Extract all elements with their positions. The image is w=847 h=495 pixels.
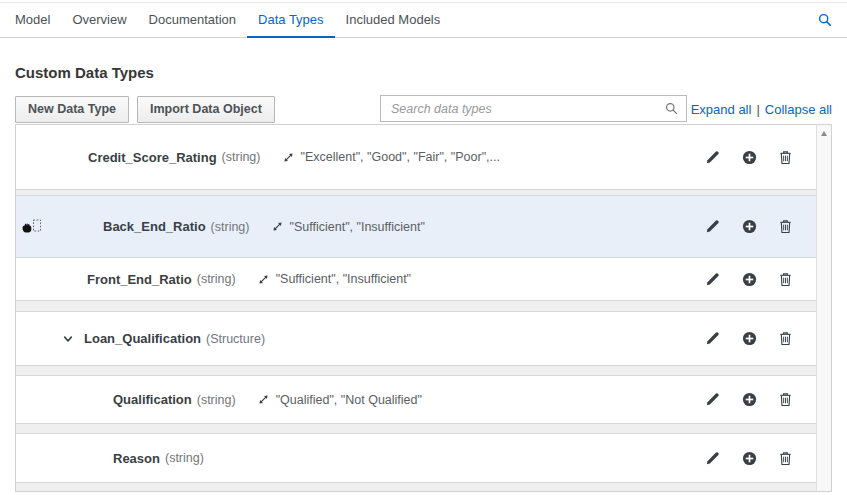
data-type-row[interactable]: Front_End_Ratio (string) "Sufficient", "… <box>16 257 816 301</box>
row-actions <box>705 196 792 257</box>
plus-circle-icon <box>742 272 757 287</box>
search-data-types-input[interactable] <box>389 101 665 117</box>
add-field-button[interactable] <box>742 272 757 287</box>
constraint-values: "Excellent", "Good", "Fair", "Poor",... <box>301 150 500 164</box>
delete-button[interactable] <box>779 150 792 165</box>
edit-button[interactable] <box>705 150 720 165</box>
add-field-button[interactable] <box>742 451 757 466</box>
delete-button[interactable] <box>779 272 792 287</box>
add-field-button[interactable] <box>742 331 757 346</box>
constraint-icon <box>272 221 283 232</box>
data-type-name: Reason <box>113 451 160 466</box>
data-type-row-child[interactable]: Reason (string) <box>16 433 816 483</box>
edit-button[interactable] <box>705 331 720 346</box>
trash-icon <box>779 150 792 165</box>
data-type-kind: (string) <box>222 150 261 164</box>
plus-circle-icon <box>742 331 757 346</box>
trash-icon <box>779 451 792 466</box>
pencil-icon <box>705 331 720 346</box>
plus-circle-icon <box>742 150 757 165</box>
constraint-icon <box>283 152 294 163</box>
page-title: Custom Data Types <box>15 64 154 81</box>
pencil-icon <box>705 451 720 466</box>
data-type-row[interactable]: Loan_Qualification (Structure) <box>16 311 816 366</box>
collapse-all-link[interactable]: Collapse all <box>765 102 832 117</box>
row-actions <box>705 312 792 365</box>
scrollbar[interactable] <box>816 125 831 491</box>
tab-model[interactable]: Model <box>15 3 61 38</box>
data-type-name: Loan_Qualification <box>84 331 201 346</box>
new-data-type-button[interactable]: New Data Type <box>15 96 129 123</box>
trash-icon <box>779 219 792 234</box>
search-icon[interactable] <box>665 102 678 115</box>
pencil-icon <box>705 272 720 287</box>
data-type-kind: (string) <box>211 220 250 234</box>
constraint: "Sufficient", "Insufficient" <box>258 272 411 286</box>
data-type-row-selected[interactable]: Back_End_Ratio (string) "Sufficient", "I… <box>16 195 816 258</box>
tab-bar: Model Overview Documentation Data Types … <box>0 3 847 38</box>
constraint-values: "Sufficient", "Insufficient" <box>276 272 411 286</box>
drag-cursor-icon <box>21 218 42 235</box>
edit-button[interactable] <box>705 219 720 234</box>
edit-button[interactable] <box>705 392 720 407</box>
constraint-icon <box>258 394 269 405</box>
toolbar: New Data Type Import Data Object Expand … <box>15 95 832 123</box>
plus-circle-icon <box>742 219 757 234</box>
constraint: "Excellent", "Good", "Fair", "Poor",... <box>283 150 500 164</box>
pencil-icon <box>705 150 720 165</box>
add-field-button[interactable] <box>742 392 757 407</box>
delete-button[interactable] <box>779 451 792 466</box>
data-type-name: Front_End_Ratio <box>87 272 192 287</box>
scroll-up-arrow-icon[interactable] <box>821 131 827 136</box>
row-actions <box>705 125 792 189</box>
tab-included-models[interactable]: Included Models <box>335 3 452 38</box>
data-type-name: Back_End_Ratio <box>103 219 206 234</box>
plus-circle-icon <box>742 392 757 407</box>
expand-all-link[interactable]: Expand all <box>691 102 752 117</box>
add-field-button[interactable] <box>742 219 757 234</box>
tab-documentation[interactable]: Documentation <box>138 3 247 38</box>
constraint-values: "Sufficient", "Insufficient" <box>290 220 425 234</box>
import-data-object-button[interactable]: Import Data Object <box>137 96 275 123</box>
trash-icon <box>779 331 792 346</box>
trash-icon <box>779 272 792 287</box>
delete-button[interactable] <box>779 219 792 234</box>
trash-icon <box>779 392 792 407</box>
data-type-kind: (string) <box>197 272 236 286</box>
constraint: "Sufficient", "Insufficient" <box>272 220 425 234</box>
data-type-kind: (string) <box>165 451 204 465</box>
plus-circle-icon <box>742 451 757 466</box>
search-data-types-field[interactable] <box>380 95 687 122</box>
pencil-icon <box>705 392 720 407</box>
search-icon[interactable] <box>818 3 832 37</box>
links-separator: | <box>756 102 759 117</box>
constraint: "Qualified", "Not Qualified" <box>258 393 422 407</box>
chevron-down-icon[interactable] <box>62 333 74 345</box>
delete-button[interactable] <box>779 331 792 346</box>
edit-button[interactable] <box>705 272 720 287</box>
row-actions <box>705 258 792 300</box>
tab-data-types[interactable]: Data Types <box>247 3 335 38</box>
data-type-row[interactable]: Credit_Score_Rating (string) "Excellent"… <box>16 125 816 190</box>
data-type-kind: (Structure) <box>206 332 265 346</box>
constraint-values: "Qualified", "Not Qualified" <box>276 393 422 407</box>
edit-button[interactable] <box>705 451 720 466</box>
expand-collapse-links: Expand all|Collapse all <box>691 102 832 117</box>
data-types-list: Credit_Score_Rating (string) "Excellent"… <box>15 124 832 492</box>
pencil-icon <box>705 219 720 234</box>
row-actions <box>705 434 792 482</box>
add-field-button[interactable] <box>742 150 757 165</box>
constraint-icon <box>258 274 269 285</box>
delete-button[interactable] <box>779 392 792 407</box>
data-type-name: Credit_Score_Rating <box>88 150 217 165</box>
data-type-name: Qualification <box>113 392 192 407</box>
data-type-kind: (string) <box>197 393 236 407</box>
data-type-row-child[interactable]: Qualification (string) "Qualified", "Not… <box>16 375 816 424</box>
row-actions <box>705 376 792 423</box>
tab-overview[interactable]: Overview <box>61 3 137 38</box>
